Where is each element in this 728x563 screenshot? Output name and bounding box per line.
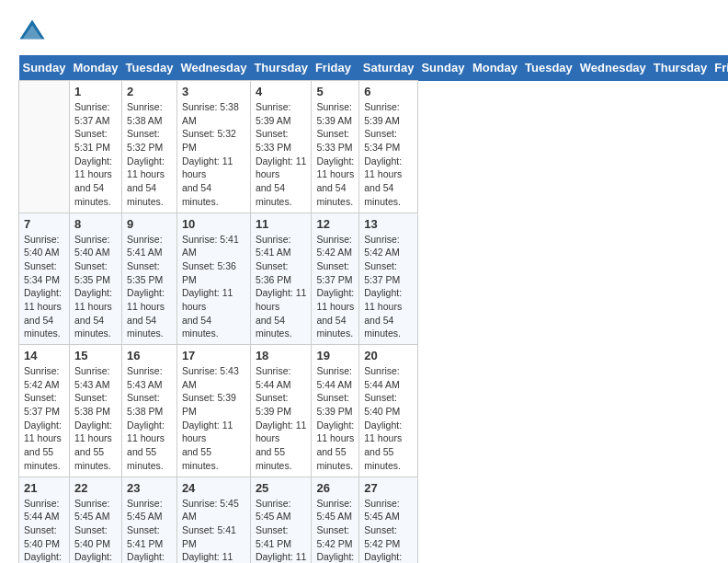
week-row-1: 1Sunrise: 5:37 AM Sunset: 5:31 PM Daylig…: [19, 81, 729, 213]
calendar-cell: 14Sunrise: 5:42 AM Sunset: 5:37 PM Dayli…: [19, 345, 70, 477]
day-number: 7: [24, 217, 64, 231]
day-number: 2: [127, 85, 172, 98]
day-number: 6: [364, 85, 413, 98]
day-number: 9: [127, 217, 172, 231]
day-header-sunday: Sunday: [417, 55, 468, 81]
calendar-cell: 17Sunrise: 5:43 AM Sunset: 5:39 PM Dayli…: [176, 345, 250, 477]
calendar-cell: 11Sunrise: 5:41 AM Sunset: 5:36 PM Dayli…: [250, 213, 312, 345]
cell-info: Sunrise: 5:43 AM Sunset: 5:38 PM Dayligh…: [127, 364, 172, 473]
day-number: 8: [74, 217, 117, 231]
week-row-2: 7Sunrise: 5:40 AM Sunset: 5:34 PM Daylig…: [19, 213, 729, 345]
calendar-cell: 1Sunrise: 5:37 AM Sunset: 5:31 PM Daylig…: [69, 81, 121, 213]
logo-icon: [18, 18, 46, 46]
calendar-cell: 25Sunrise: 5:45 AM Sunset: 5:41 PM Dayli…: [250, 477, 312, 563]
cell-info: Sunrise: 5:41 AM Sunset: 5:36 PM Dayligh…: [182, 233, 245, 341]
cell-info: Sunrise: 5:45 AM Sunset: 5:42 PM Dayligh…: [316, 497, 354, 564]
cell-info: Sunrise: 5:44 AM Sunset: 5:40 PM Dayligh…: [24, 497, 64, 564]
calendar-cell: 3Sunrise: 5:38 AM Sunset: 5:32 PM Daylig…: [176, 81, 250, 213]
week-row-3: 14Sunrise: 5:42 AM Sunset: 5:37 PM Dayli…: [19, 345, 729, 477]
day-number: 4: [256, 85, 307, 98]
day-number: 5: [316, 85, 354, 98]
day-number: 1: [74, 85, 117, 98]
calendar-cell: 5Sunrise: 5:39 AM Sunset: 5:33 PM Daylig…: [312, 81, 359, 213]
calendar-cell: 20Sunrise: 5:44 AM Sunset: 5:40 PM Dayli…: [359, 345, 418, 477]
day-header-thursday: Thursday: [250, 55, 312, 81]
calendar-cell: 10Sunrise: 5:41 AM Sunset: 5:36 PM Dayli…: [176, 213, 250, 345]
day-number: 22: [74, 481, 117, 495]
cell-info: Sunrise: 5:44 AM Sunset: 5:39 PM Dayligh…: [316, 364, 354, 473]
day-header-monday: Monday: [69, 55, 121, 81]
day-number: 15: [74, 349, 117, 362]
day-number: 23: [127, 481, 172, 495]
day-number: 16: [127, 349, 172, 362]
day-number: 21: [24, 481, 64, 495]
calendar-table: SundayMondayTuesdayWednesdayThursdayFrid…: [18, 55, 728, 563]
cell-info: Sunrise: 5:38 AM Sunset: 5:32 PM Dayligh…: [127, 100, 172, 209]
cell-info: Sunrise: 5:39 AM Sunset: 5:33 PM Dayligh…: [316, 100, 354, 209]
calendar-cell: 24Sunrise: 5:45 AM Sunset: 5:41 PM Dayli…: [176, 477, 250, 563]
day-number: 11: [256, 217, 307, 231]
day-header-wednesday: Wednesday: [576, 55, 650, 81]
calendar-cell: 15Sunrise: 5:43 AM Sunset: 5:38 PM Dayli…: [69, 345, 121, 477]
day-header-friday: Friday: [711, 55, 728, 81]
cell-info: Sunrise: 5:43 AM Sunset: 5:38 PM Dayligh…: [74, 364, 117, 473]
calendar-cell: 2Sunrise: 5:38 AM Sunset: 5:32 PM Daylig…: [122, 81, 177, 213]
calendar-cell: 22Sunrise: 5:45 AM Sunset: 5:40 PM Dayli…: [69, 477, 121, 563]
cell-info: Sunrise: 5:45 AM Sunset: 5:42 PM Dayligh…: [364, 497, 413, 564]
cell-info: Sunrise: 5:38 AM Sunset: 5:32 PM Dayligh…: [182, 100, 245, 209]
calendar-cell: 8Sunrise: 5:40 AM Sunset: 5:35 PM Daylig…: [69, 213, 121, 345]
day-number: 27: [364, 481, 413, 495]
cell-info: Sunrise: 5:40 AM Sunset: 5:35 PM Dayligh…: [74, 233, 117, 341]
cell-info: Sunrise: 5:44 AM Sunset: 5:40 PM Dayligh…: [364, 364, 413, 473]
cell-info: Sunrise: 5:44 AM Sunset: 5:39 PM Dayligh…: [256, 364, 307, 473]
day-number: 12: [316, 217, 354, 231]
cell-info: Sunrise: 5:37 AM Sunset: 5:31 PM Dayligh…: [74, 100, 117, 209]
calendar-cell: 6Sunrise: 5:39 AM Sunset: 5:34 PM Daylig…: [359, 81, 418, 213]
week-row-4: 21Sunrise: 5:44 AM Sunset: 5:40 PM Dayli…: [19, 477, 729, 563]
day-number: 24: [182, 481, 245, 495]
calendar-cell: 4Sunrise: 5:39 AM Sunset: 5:33 PM Daylig…: [250, 81, 312, 213]
day-header-sunday: Sunday: [19, 55, 70, 81]
day-number: 26: [316, 481, 354, 495]
calendar-cell: 7Sunrise: 5:40 AM Sunset: 5:34 PM Daylig…: [19, 213, 70, 345]
cell-info: Sunrise: 5:41 AM Sunset: 5:36 PM Dayligh…: [256, 233, 307, 341]
cell-info: Sunrise: 5:39 AM Sunset: 5:33 PM Dayligh…: [256, 100, 307, 209]
cell-info: Sunrise: 5:45 AM Sunset: 5:41 PM Dayligh…: [127, 497, 172, 564]
calendar-cell: 23Sunrise: 5:45 AM Sunset: 5:41 PM Dayli…: [122, 477, 177, 563]
day-header-monday: Monday: [469, 55, 521, 81]
day-number: 25: [256, 481, 307, 495]
calendar-cell: 16Sunrise: 5:43 AM Sunset: 5:38 PM Dayli…: [122, 345, 177, 477]
calendar-cell: 27Sunrise: 5:45 AM Sunset: 5:42 PM Dayli…: [359, 477, 418, 563]
calendar-cell: [19, 81, 70, 213]
cell-info: Sunrise: 5:45 AM Sunset: 5:41 PM Dayligh…: [256, 497, 307, 564]
cell-info: Sunrise: 5:40 AM Sunset: 5:34 PM Dayligh…: [24, 233, 64, 341]
day-number: 14: [24, 349, 64, 362]
day-number: 20: [364, 349, 413, 362]
calendar-cell: 9Sunrise: 5:41 AM Sunset: 5:35 PM Daylig…: [122, 213, 177, 345]
cell-info: Sunrise: 5:42 AM Sunset: 5:37 PM Dayligh…: [316, 233, 354, 341]
day-number: 19: [316, 349, 354, 362]
day-number: 10: [182, 217, 245, 231]
day-header-wednesday: Wednesday: [176, 55, 250, 81]
day-number: 3: [182, 85, 245, 98]
day-number: 17: [182, 349, 245, 362]
calendar-cell: 21Sunrise: 5:44 AM Sunset: 5:40 PM Dayli…: [19, 477, 70, 563]
cell-info: Sunrise: 5:41 AM Sunset: 5:35 PM Dayligh…: [127, 233, 172, 341]
day-header-friday: Friday: [312, 55, 359, 81]
cell-info: Sunrise: 5:39 AM Sunset: 5:34 PM Dayligh…: [364, 100, 413, 209]
calendar-cell: 26Sunrise: 5:45 AM Sunset: 5:42 PM Dayli…: [312, 477, 359, 563]
calendar-cell: 18Sunrise: 5:44 AM Sunset: 5:39 PM Dayli…: [250, 345, 312, 477]
cell-info: Sunrise: 5:42 AM Sunset: 5:37 PM Dayligh…: [364, 233, 413, 341]
day-header-tuesday: Tuesday: [122, 55, 177, 81]
cell-info: Sunrise: 5:45 AM Sunset: 5:41 PM Dayligh…: [182, 497, 245, 564]
day-number: 13: [364, 217, 413, 231]
cell-info: Sunrise: 5:42 AM Sunset: 5:37 PM Dayligh…: [24, 364, 64, 473]
day-header-thursday: Thursday: [650, 55, 711, 81]
calendar-header-row: SundayMondayTuesdayWednesdayThursdayFrid…: [19, 55, 729, 81]
day-number: 18: [256, 349, 307, 362]
cell-info: Sunrise: 5:45 AM Sunset: 5:40 PM Dayligh…: [74, 497, 117, 564]
cell-info: Sunrise: 5:43 AM Sunset: 5:39 PM Dayligh…: [182, 364, 245, 473]
day-header-saturday: Saturday: [359, 55, 418, 81]
calendar-cell: 19Sunrise: 5:44 AM Sunset: 5:39 PM Dayli…: [312, 345, 359, 477]
calendar-cell: 12Sunrise: 5:42 AM Sunset: 5:37 PM Dayli…: [312, 213, 359, 345]
